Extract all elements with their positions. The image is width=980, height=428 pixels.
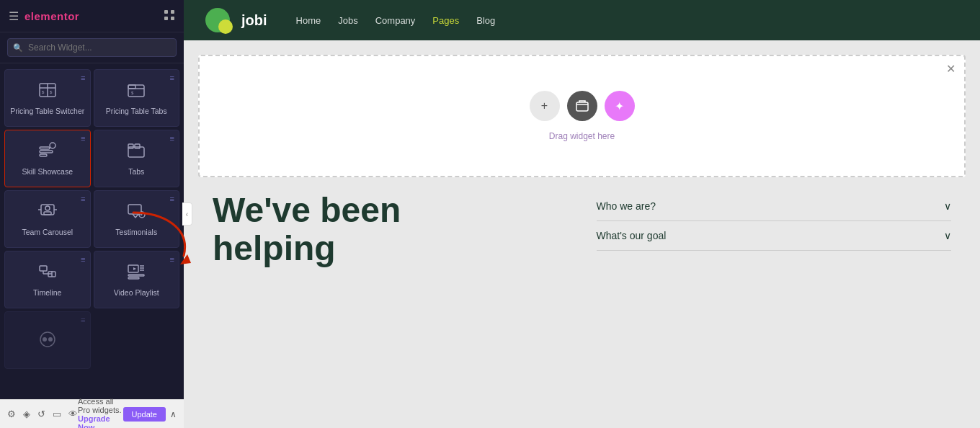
faq-item-0[interactable]: Who we are? ∨ [597, 192, 952, 221]
widget-item-pricing-table-tabs[interactable]: ≡ $ Pricing Table Tabs [94, 69, 180, 127]
below-fold: We've been helping Who we are? ∨ What's … [198, 192, 966, 268]
nav-jobs[interactable]: Jobs [338, 15, 357, 26]
svg-rect-2 [164, 17, 168, 20]
svg-rect-42 [576, 102, 588, 111]
pricing-switcher-icon: $$ [38, 81, 57, 102]
canvas-area: ✕ + ✦ Drag widget here We've been [184, 40, 980, 428]
widget-grid: ≡ $$ Pricing Table Switcher ≡ $ Pricing … [0, 63, 184, 399]
widget-label: Testimonials [115, 228, 157, 238]
svg-rect-38 [128, 277, 139, 279]
drop-zone-buttons: + ✦ [530, 91, 635, 121]
upgrade-link[interactable]: Upgrade Now [78, 414, 110, 429]
faq-question-0: Who we are? [597, 200, 656, 212]
hamburger-icon[interactable]: ☰ [9, 9, 19, 23]
nav-blog[interactable]: Blog [476, 15, 495, 26]
svg-rect-1 [171, 10, 174, 14]
settings-icon[interactable]: ⚙ [7, 409, 16, 419]
ai-button[interactable]: ✦ [605, 91, 635, 121]
collapse-handle[interactable]: ‹ [182, 202, 192, 226]
add-template-button[interactable] [567, 91, 597, 121]
svg-rect-14 [40, 151, 53, 153]
widget-item-pricing-table-switcher[interactable]: ≡ $$ Pricing Table Switcher [4, 69, 91, 127]
preview-icon[interactable]: 👁 [68, 409, 78, 419]
widget-label: Pricing Table Tabs [106, 107, 167, 117]
main-content: jobi Home Jobs Company Pages Blog ✕ + [184, 0, 980, 428]
grid-icon[interactable] [164, 9, 175, 23]
faq-side: Who we are? ∨ What's our goal ∨ [568, 192, 952, 268]
svg-rect-3 [171, 17, 174, 20]
svg-rect-27 [40, 266, 47, 271]
drag-widget-text: Drag widget here [549, 131, 615, 141]
widget-label: Pricing Table Switcher [10, 107, 84, 117]
svg-point-40 [43, 337, 47, 342]
widget-label: Team Carousel [22, 228, 73, 238]
partial-icon [38, 330, 57, 352]
widget-menu-icon: ≡ [81, 134, 85, 143]
testimonials-icon [127, 202, 146, 223]
faq-question-1: What's our goal [597, 230, 667, 241]
bottom-bar: ⚙ ◈ ↺ ▭ 👁 Access all Pro widgets. Upgrad… [0, 399, 184, 428]
widget-menu-icon: ≡ [170, 134, 174, 143]
pricing-tabs-icon: $ [127, 81, 146, 102]
nav-company[interactable]: Company [375, 15, 416, 26]
logo-text: jobi [241, 12, 267, 29]
widget-item-team-carousel[interactable]: ≡ Team Carousel [4, 190, 91, 248]
big-heading: We've been helping [213, 192, 568, 268]
history-icon[interactable]: ↺ [37, 409, 45, 419]
faq-chevron-0: ∨ [944, 200, 951, 212]
nav-home[interactable]: Home [296, 15, 321, 26]
logo-circle-yellow [218, 19, 233, 34]
drop-zone: ✕ + ✦ Drag widget here [198, 55, 966, 177]
widget-label: Timeline [33, 288, 61, 298]
access-text: Access all Pro widgets. Upgrade Now [78, 397, 123, 429]
widget-item-skill-showcase[interactable]: ≡ Skill Showcase [4, 130, 91, 187]
update-button[interactable]: Update [123, 407, 166, 422]
svg-rect-37 [128, 275, 144, 276]
widget-menu-icon: ≡ [81, 195, 85, 203]
tabs-icon [127, 141, 146, 163]
elementor-logo: elementor [24, 10, 79, 22]
nav-logo: jobi [205, 6, 267, 34]
chevron-up-icon[interactable]: ∧ [170, 409, 177, 419]
widget-menu-icon: ≡ [81, 255, 85, 264]
svg-text:$: $ [50, 90, 53, 94]
svg-rect-24 [44, 212, 51, 215]
bottom-icons: ⚙ ◈ ↺ ▭ 👁 [7, 409, 78, 419]
svg-rect-0 [164, 10, 168, 14]
bottom-bar-left: ⚙ ◈ ↺ ▭ 👁 [7, 409, 78, 419]
widget-label: Skill Showcase [22, 167, 73, 177]
svg-text:$: $ [131, 91, 134, 95]
widget-menu-icon: ≡ [170, 255, 174, 264]
widget-item-timeline[interactable]: ≡ Timeline [4, 251, 91, 308]
widget-item-partial[interactable]: ≡ [4, 311, 91, 369]
team-carousel-icon [38, 202, 57, 223]
search-icon: 🔍 [13, 43, 23, 53]
layers-icon[interactable]: ◈ [23, 409, 30, 419]
left-panel: ☰ elementor 🔍 ≡ $$ Pricing Table Switche [0, 0, 184, 428]
widget-item-video-playlist[interactable]: ≡ Video Playlist [94, 251, 180, 308]
widget-item-testimonials[interactable]: ≡ Testimonials [94, 190, 180, 248]
widget-menu-icon: ≡ [81, 316, 85, 324]
svg-rect-19 [135, 144, 140, 148]
top-bar: ☰ elementor [0, 0, 184, 32]
svg-point-41 [48, 337, 53, 342]
widget-menu-icon: ≡ [170, 73, 174, 82]
nav-links: Home Jobs Company Pages Blog [296, 15, 496, 26]
widget-label: Tabs [128, 167, 144, 177]
svg-rect-15 [40, 154, 47, 156]
nav-pages[interactable]: Pages [432, 15, 459, 26]
close-icon[interactable]: ✕ [946, 62, 956, 76]
search-wrapper: 🔍 [7, 38, 177, 57]
heading-area: We've been helping [213, 192, 568, 268]
widget-menu-icon: ≡ [81, 73, 85, 82]
timeline-icon [38, 262, 57, 284]
widget-item-tabs[interactable]: ≡ Tabs [94, 130, 180, 187]
skill-showcase-icon [38, 141, 57, 163]
widget-label: Video Playlist [114, 288, 159, 298]
add-section-button[interactable]: + [530, 91, 560, 121]
faq-item-1[interactable]: What's our goal ∨ [597, 221, 952, 251]
svg-point-23 [45, 206, 50, 210]
search-input[interactable] [7, 38, 177, 57]
responsive-icon[interactable]: ▭ [53, 409, 61, 419]
svg-rect-13 [40, 147, 50, 149]
